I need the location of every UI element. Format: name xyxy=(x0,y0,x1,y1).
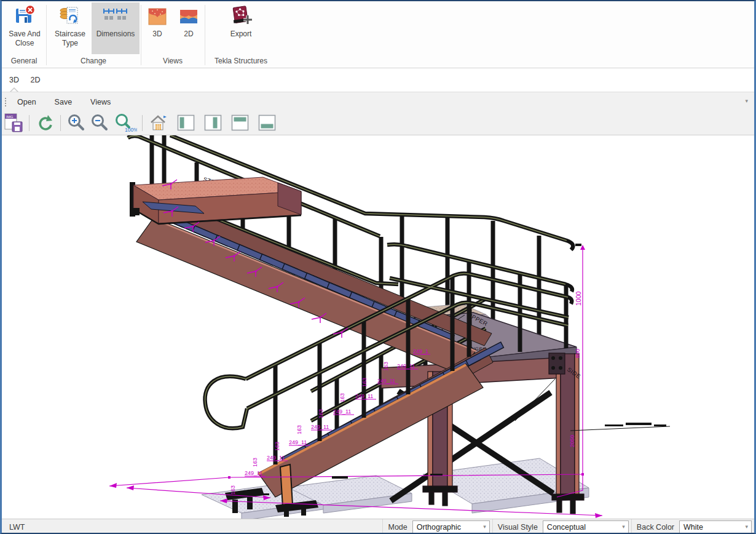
tab-3d[interactable]: 3D xyxy=(9,76,19,84)
export-label: Export xyxy=(208,30,274,39)
view-left-icon xyxy=(177,114,195,132)
ribbon-group-tekla: Tekla Structures xyxy=(205,55,277,66)
chevron-down-icon: ▾ xyxy=(622,524,625,530)
svg-text:163: 163 xyxy=(361,378,368,387)
dimensions-button[interactable]: Dimensions xyxy=(92,2,140,54)
back-color-label: Back Color xyxy=(632,523,679,532)
svg-text:249_1: 249_1 xyxy=(413,348,428,354)
ribbon-group-general: General xyxy=(2,55,46,66)
dimensions-icon xyxy=(103,4,128,28)
view-2d-icon xyxy=(176,4,201,28)
svg-text:100%: 100% xyxy=(125,127,137,133)
svg-text:163: 163 xyxy=(230,485,236,495)
view-top-button[interactable] xyxy=(230,113,251,134)
visual-style-label: Visual Style xyxy=(493,523,543,532)
viewer-toolbar: IMG xyxy=(2,111,754,135)
view-tabstrip: 3D 2D xyxy=(2,68,754,92)
view-3d-icon xyxy=(145,4,170,28)
status-message: LWT xyxy=(2,523,382,532)
model-viewport[interactable]: STRINGER UPPER xyxy=(2,135,753,519)
viewer-menubar: Open Save Views ▾ xyxy=(2,92,754,111)
dimensions-label: Dimensions xyxy=(92,30,140,39)
save-image-icon: IMG xyxy=(3,113,24,134)
toolbar-separator xyxy=(60,115,61,131)
export-icon xyxy=(229,4,253,28)
view-3d-label: 3D xyxy=(143,30,171,39)
view-bottom-button[interactable] xyxy=(257,113,278,134)
save-and-close-label: Save And Close xyxy=(4,30,45,48)
svg-text:249_11: 249_11 xyxy=(311,424,329,430)
refresh-view-button[interactable] xyxy=(34,113,55,134)
svg-text:249_11: 249_11 xyxy=(267,455,285,461)
menu-save[interactable]: Save xyxy=(45,98,82,106)
ribbon: Save And Close Staircase Type xyxy=(2,1,754,68)
svg-text:249_11: 249_11 xyxy=(333,408,351,415)
svg-text:800: 800 xyxy=(575,349,581,358)
toolbar-separator xyxy=(29,115,30,131)
svg-text:163: 163 xyxy=(383,362,389,371)
zoom-in-icon xyxy=(66,113,87,134)
mode-select[interactable]: Orthographic ▾ xyxy=(412,520,490,533)
svg-text:1000: 1000 xyxy=(575,291,582,306)
chevron-down-icon: ▾ xyxy=(745,524,748,530)
tab-2d[interactable]: 2D xyxy=(30,76,40,84)
view-3d-button[interactable]: 3D xyxy=(143,2,171,54)
svg-text:163: 163 xyxy=(318,409,324,418)
svg-text:249_11: 249_11 xyxy=(377,378,395,384)
toolbar-overflow-icon[interactable]: ▾ xyxy=(745,98,748,104)
view-top-icon xyxy=(231,114,250,132)
svg-text:249_11: 249_11 xyxy=(355,393,373,399)
save-and-close-icon xyxy=(12,4,37,28)
zoom-100-button[interactable]: 100% xyxy=(112,113,137,134)
svg-text:163: 163 xyxy=(339,393,345,402)
zoom-out-button[interactable] xyxy=(89,113,110,134)
back-color-select[interactable]: White ▾ xyxy=(679,520,752,533)
svg-text:249_11: 249_11 xyxy=(397,363,415,369)
mode-value: Orthographic xyxy=(417,523,461,532)
menu-open[interactable]: Open xyxy=(8,98,45,106)
home-icon xyxy=(148,113,168,134)
svg-text:2050: 2050 xyxy=(569,435,575,447)
staircase-tool-window: Save And Close Staircase Type xyxy=(0,0,756,534)
export-button[interactable]: Export xyxy=(208,2,274,54)
staircase-type-icon xyxy=(58,4,82,28)
view-left-button[interactable] xyxy=(176,113,197,134)
back-color-value: White xyxy=(683,523,703,532)
svg-text:IMG: IMG xyxy=(6,115,14,119)
svg-text:249_11: 249_11 xyxy=(245,470,262,476)
ribbon-group-change: Change xyxy=(46,55,141,66)
zoom-100-icon: 100% xyxy=(112,113,137,134)
svg-text:163: 163 xyxy=(296,425,302,434)
chevron-down-icon: ▾ xyxy=(483,524,486,530)
save-and-close-button[interactable]: Save And Close xyxy=(4,2,45,54)
view-bottom-icon xyxy=(258,114,277,132)
staircase-type-button[interactable]: Staircase Type xyxy=(50,2,90,54)
svg-text:163: 163 xyxy=(252,458,258,467)
staircase-type-label: Staircase Type xyxy=(50,30,90,48)
menu-views[interactable]: Views xyxy=(81,98,120,106)
svg-text:249_11: 249_11 xyxy=(289,439,307,445)
visual-style-value: Conceptual xyxy=(547,523,586,532)
svg-text:163: 163 xyxy=(274,442,280,451)
save-image-button[interactable]: IMG xyxy=(3,113,24,134)
view-right-button[interactable] xyxy=(203,113,224,134)
zoom-in-button[interactable] xyxy=(66,113,87,134)
toolbar-separator xyxy=(142,115,143,131)
refresh-icon xyxy=(34,113,55,134)
statusbar: LWT Mode Orthographic ▾ Visual Style Con… xyxy=(2,519,754,534)
ribbon-group-views: Views xyxy=(141,55,205,66)
home-view-button[interactable] xyxy=(148,113,168,134)
mode-label: Mode xyxy=(383,523,412,532)
view-2d-button[interactable]: 2D xyxy=(175,2,203,54)
view-2d-label: 2D xyxy=(175,30,203,39)
model-canvas: STRINGER UPPER xyxy=(2,135,754,519)
view-right-icon xyxy=(204,114,222,132)
zoom-out-icon xyxy=(89,113,110,134)
visual-style-select[interactable]: Conceptual ▾ xyxy=(543,520,629,533)
